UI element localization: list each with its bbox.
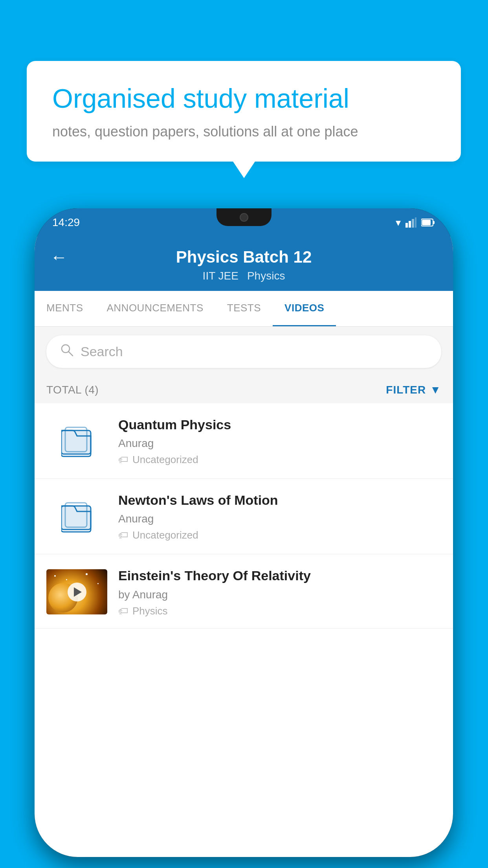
- search-container: Search: [35, 327, 453, 377]
- tab-tests[interactable]: TESTS: [215, 291, 273, 326]
- svg-rect-5: [433, 221, 435, 224]
- svg-rect-3: [415, 217, 416, 228]
- speech-bubble: Organised study material notes, question…: [27, 61, 461, 162]
- video-author-quantum: Anurag: [118, 437, 441, 450]
- header-top: ← Physics Batch 12: [50, 248, 437, 267]
- video-author-einstein: by Anurag: [118, 588, 441, 601]
- bubble-title: Organised study material: [52, 83, 435, 115]
- status-time: 14:29: [52, 216, 80, 229]
- phone-notch: [216, 208, 272, 226]
- filter-icon: ▼: [430, 384, 441, 396]
- video-info-newton: Newton's Laws of Motion Anurag 🏷 Uncateg…: [118, 491, 441, 541]
- app-header: ← Physics Batch 12 IIT JEE Physics: [35, 237, 453, 291]
- folder-thumb-newton: [46, 494, 107, 539]
- front-camera: [240, 213, 248, 222]
- folder-icon-quantum: [61, 423, 93, 459]
- speech-bubble-section: Organised study material notes, question…: [27, 61, 461, 162]
- status-icons: ▾: [396, 217, 435, 229]
- folder-thumb-quantum: [46, 418, 107, 463]
- bubble-subtitle: notes, question papers, solutions all at…: [52, 123, 435, 140]
- video-item-newton[interactable]: Newton's Laws of Motion Anurag 🏷 Uncateg…: [35, 479, 453, 554]
- svg-rect-0: [405, 223, 408, 228]
- tag-icon-quantum: 🏷: [118, 454, 128, 466]
- tab-ments[interactable]: MENTS: [35, 291, 95, 326]
- battery-icon: [421, 218, 435, 227]
- video-item-quantum[interactable]: Quantum Physics Anurag 🏷 Uncategorized: [35, 403, 453, 479]
- video-tag-einstein: 🏷 Physics: [118, 605, 441, 617]
- play-button-einstein[interactable]: [68, 583, 86, 601]
- video-item-einstein[interactable]: Einstein's Theory Of Relativity by Anura…: [35, 554, 453, 628]
- header-tag-physics: Physics: [247, 270, 285, 282]
- filter-button[interactable]: FILTER ▼: [386, 384, 441, 396]
- tabs-bar: MENTS ANNOUNCEMENTS TESTS VIDEOS: [35, 291, 453, 327]
- wifi-icon: ▾: [396, 217, 401, 229]
- filter-label: FILTER: [386, 384, 426, 396]
- video-author-newton: Anurag: [118, 513, 441, 525]
- folder-icon-newton: [61, 499, 93, 534]
- einstein-thumb: [46, 569, 107, 614]
- header-title: Physics Batch 12: [176, 248, 312, 267]
- video-tag-newton: 🏷 Uncategorized: [118, 529, 441, 541]
- signal-icon: [405, 217, 416, 228]
- video-info-quantum: Quantum Physics Anurag 🏷 Uncategorized: [118, 416, 441, 466]
- tag-icon-einstein: 🏷: [118, 605, 128, 617]
- tag-text-newton: Uncategorized: [132, 529, 198, 541]
- filter-bar: TOTAL (4) FILTER ▼: [35, 377, 453, 403]
- tag-text-einstein: Physics: [132, 605, 168, 617]
- back-button[interactable]: ←: [50, 247, 68, 267]
- search-placeholder: Search: [81, 344, 123, 359]
- phone-frame: 14:29 ▾ ← Ph: [35, 208, 453, 857]
- tag-text-quantum: Uncategorized: [132, 454, 198, 466]
- status-bar: 14:29 ▾: [35, 208, 453, 237]
- svg-rect-6: [422, 220, 431, 225]
- header-tag-iitjee: IIT JEE: [203, 270, 238, 282]
- video-list: Quantum Physics Anurag 🏷 Uncategorized: [35, 403, 453, 629]
- play-triangle-icon: [74, 587, 82, 597]
- search-box[interactable]: Search: [46, 335, 441, 368]
- video-title-newton: Newton's Laws of Motion: [118, 491, 441, 509]
- svg-rect-2: [412, 219, 414, 228]
- video-info-einstein: Einstein's Theory Of Relativity by Anura…: [118, 567, 441, 617]
- tag-icon-newton: 🏷: [118, 529, 128, 541]
- tab-videos[interactable]: VIDEOS: [273, 291, 336, 326]
- search-icon: [60, 343, 73, 360]
- header-subtitles: IIT JEE Physics: [203, 270, 285, 282]
- video-tag-quantum: 🏷 Uncategorized: [118, 454, 441, 466]
- video-title-einstein: Einstein's Theory Of Relativity: [118, 567, 441, 584]
- phone-screen: ← Physics Batch 12 IIT JEE Physics MENTS…: [35, 237, 453, 857]
- svg-point-7: [62, 345, 70, 353]
- total-count: TOTAL (4): [46, 384, 99, 396]
- tab-announcements[interactable]: ANNOUNCEMENTS: [95, 291, 215, 326]
- video-title-quantum: Quantum Physics: [118, 416, 441, 433]
- svg-rect-1: [409, 221, 411, 228]
- svg-line-8: [69, 352, 73, 356]
